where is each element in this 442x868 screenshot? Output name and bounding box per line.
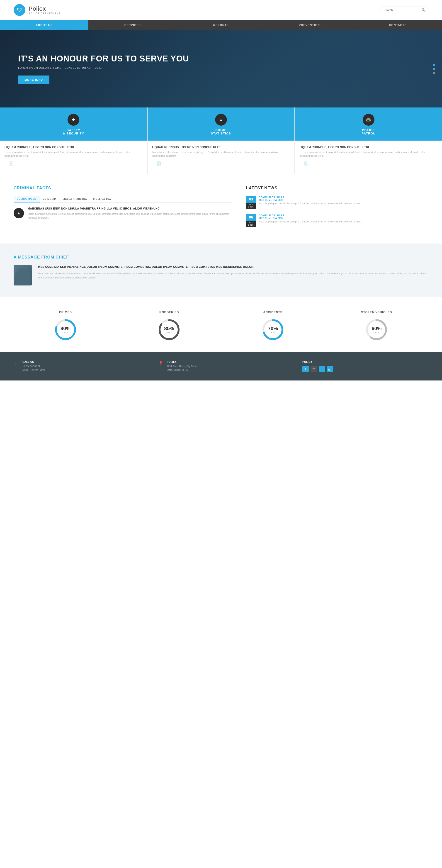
donut-pct-3: 60% — [372, 326, 381, 332]
donut-less-0: LESS — [62, 332, 68, 334]
feature-card-text-2: Lorem ipsum dolor sit amet, consectetur … — [299, 151, 438, 158]
donut-less-3: LESS — [374, 332, 380, 334]
stats-icon: ≡ — [215, 114, 227, 126]
news-body-0: DONEC FACILISI ULE MES CUML DIA SED Morb… — [259, 196, 362, 209]
star-icon: ★ — [68, 114, 79, 126]
hero-section: IT'S AN HONOUR FOR US TO SERVE YOU LOREM… — [0, 30, 442, 107]
search-input[interactable] — [383, 8, 420, 12]
logo-area: 🛡 Poliex POLICE DEPARTMENT — [13, 4, 61, 16]
dot-2[interactable] — [433, 68, 435, 70]
stat-item-robberies: ROBBERIES 85% LESS — [118, 310, 221, 341]
facebook-button[interactable]: f — [303, 366, 309, 372]
feature-title-patrol: POLICEPATROL — [361, 128, 375, 135]
facts-content: ★ MAECENAS QUIS ENIM NON LIGULA PHARETRA… — [13, 207, 232, 220]
footer-address: 📍 POLIEX 1234 Street Name, City Name Sta… — [158, 361, 284, 372]
latest-news-title: LATEST NEWS — [246, 186, 429, 190]
location-icon: 📍 — [158, 361, 164, 366]
feature-card-heading-0: LIQUAM RHONCUS, LIBERO NON CONGUE ULTRI. — [4, 146, 143, 149]
hero-title: IT'S AN HONOUR FOR US TO SERVE YOU — [18, 54, 189, 63]
feature-card-heading-2: LIQUAM RHONCUS, LIBERO NON CONGUE ULTRI. — [299, 146, 438, 149]
footer-phone-title: CALL US — [23, 361, 45, 363]
more-info-button[interactable]: MORE INFO — [18, 75, 50, 84]
donut-center-0: 80% LESS — [54, 318, 77, 341]
chief-inner: MES CUML DIA SED INENIASINGE DOLOR IPSUM… — [13, 265, 429, 285]
stat-item-crimes: CRIMES 80% LESS — [13, 310, 118, 341]
nav-item-prevention[interactable]: PREVENTION — [265, 20, 354, 30]
stat-label-1: ROBBERIES — [159, 310, 179, 314]
footer-address-title: POLIEX — [167, 361, 197, 363]
tab-dolore[interactable]: DOLORE IPSUM — [13, 196, 40, 203]
donut-pct-1: 85% — [164, 326, 174, 332]
googleplus-button[interactable]: g+ — [327, 366, 333, 372]
news-day-1: 06 — [246, 214, 256, 221]
chief-body: Diam nunc ruis pulvinar dui lorem commod… — [38, 272, 429, 280]
donut-1: 85% LESS — [158, 318, 181, 341]
features-section: ★ SAFETY& SECURITY LIQUAM RHONCUS, LIBER… — [0, 107, 442, 174]
stat-label-3: STOLEN VEHICLES — [361, 310, 392, 314]
nav-item-contacts[interactable]: CONTACTS — [354, 20, 442, 30]
feature-title-crime: CRIMESTATISTICS — [211, 128, 231, 135]
footer-social-links: f ☰ t g+ — [303, 366, 333, 372]
dot-3[interactable] — [433, 72, 435, 74]
footer-address-text: POLIEX 1234 Street Name, City Name State… — [167, 361, 197, 372]
footer-address-line2: State, Country 56789 — [167, 368, 197, 372]
latest-news: LATEST NEWS 03 JAN 2015 DONEC FACILISI U… — [246, 186, 429, 232]
footer-phone-line1: +1 234 567 89 01 — [23, 365, 45, 368]
news-item-1: 06 JAN 2015 DONEC FACILISI ULE MES CUML … — [246, 214, 429, 227]
hero-subtitle: LOREM IPSUM DOLOR SIT AMET, CONSECTETUR … — [18, 66, 189, 69]
facts-text: MAECENAS QUIS ENIM NON LIGULA PHARETRA F… — [28, 207, 232, 220]
feature-card-crime: ≡ CRIMESTATISTICS LIQUAM RHONCUS, LIBERO… — [148, 107, 295, 174]
tab-itollicx[interactable]: ITOLLICX TUA — [90, 196, 114, 203]
news-text-1: Morbi feugiat quam nec iaculis vicing si… — [259, 220, 362, 224]
facts-tabs: DOLORE IPSUM QUIS ENIM LIGULA PHARETRA I… — [13, 196, 232, 203]
hero-content: IT'S AN HONOUR FOR US TO SERVE YOU LOREM… — [0, 40, 207, 97]
stat-label-0: CRIMES — [59, 310, 72, 314]
feature-card-patrol: 🚔 POLICEPATROL LIQUAM RHONCUS, LIBERO NO… — [295, 107, 442, 174]
search-box[interactable]: 🔍 — [381, 7, 429, 13]
mid-section: CRIMINAL FACTS DOLORE IPSUM QUIS ENIM LI… — [0, 174, 442, 244]
news-date-1: 06 JAN 2015 — [246, 214, 256, 227]
donut-3: 60% LESS — [365, 318, 388, 341]
footer-social: POLIEX f ☰ t g+ — [303, 361, 429, 372]
donut-center-3: 60% LESS — [365, 318, 388, 341]
logo-shield-icon: 🛡 — [13, 4, 25, 16]
twitter-button[interactable]: t — [319, 366, 325, 372]
donut-2: 70% LESS — [261, 318, 284, 341]
header: 🛡 Poliex POLICE DEPARTMENT 🔍 — [0, 0, 442, 20]
news-body-1: DONEC FACILISI ULE MES CUML DIA SED Morb… — [259, 214, 362, 227]
rss-button[interactable]: ☰ — [311, 366, 317, 372]
chief-section: A MESSAGE FROM CHIEF MES CUML DIA SED IN… — [0, 244, 442, 297]
news-item-0: 03 JAN 2015 DONEC FACILISI ULE MES CUML … — [246, 196, 429, 209]
hero-bg-figures — [177, 30, 442, 107]
feature-top-crime: ≡ CRIMESTATISTICS — [148, 107, 295, 141]
facts-body: Lorem ipsum ruis pulvinar dui lorem comm… — [28, 212, 232, 220]
stat-item-accidents: ACCIDENTS 70% LESS — [221, 310, 325, 341]
news-day-0: 03 — [246, 196, 256, 203]
facts-heading: MAECENAS QUIS ENIM NON LIGULA PHARETRA F… — [28, 207, 232, 210]
nav-item-reports[interactable]: REPORTS — [177, 20, 265, 30]
stats-grid: CRIMES 80% LESS ROBBERIES 85% LESS ACCID… — [13, 310, 429, 341]
donut-less-2: LESS — [270, 332, 276, 334]
stat-item-stolen-vehicles: STOLEN VEHICLES 60% LESS — [325, 310, 429, 341]
footer: 📞 CALL US +1 234 567 89 01 MON-FRI: 9AM … — [0, 352, 442, 380]
nav-item-services[interactable]: SERVICES — [88, 20, 177, 30]
dot-1[interactable] — [433, 64, 435, 66]
main-nav: ABOUT US SERVICES REPORTS PREVENTION CON… — [0, 20, 442, 30]
news-text-0: Morbi feugiat quam nec iaculis vicing si… — [259, 202, 362, 206]
chief-text: MES CUML DIA SED INENIASINGE DOLOR IPSUM… — [38, 265, 429, 280]
facts-star-icon: ★ — [13, 208, 24, 218]
news-headline-0: DONEC FACILISI ULE MES CUML DIA SED — [259, 196, 362, 202]
feature-card-text-1: Lorem ipsum dolor sit amet, consectetur … — [152, 151, 290, 158]
logo-subtitle: POLICE DEPARTMENT — [29, 12, 61, 15]
donut-pct-0: 80% — [61, 326, 70, 332]
donut-center-1: 85% LESS — [158, 318, 181, 341]
tab-quis[interactable]: QUIS ENIM — [40, 196, 59, 203]
tab-ligula[interactable]: LIGULA PHARETRA — [59, 196, 90, 203]
nav-item-about[interactable]: ABOUT US — [0, 20, 88, 30]
chief-figure — [15, 269, 31, 285]
footer-address-line1: 1234 Street Name, City Name — [167, 365, 197, 368]
stats-section: CRIMES 80% LESS ROBBERIES 85% LESS ACCID… — [0, 297, 442, 352]
doc-icon-0: 📄 — [4, 158, 143, 169]
chief-avatar — [13, 265, 32, 285]
stat-label-2: ACCIDENTS — [263, 310, 282, 314]
